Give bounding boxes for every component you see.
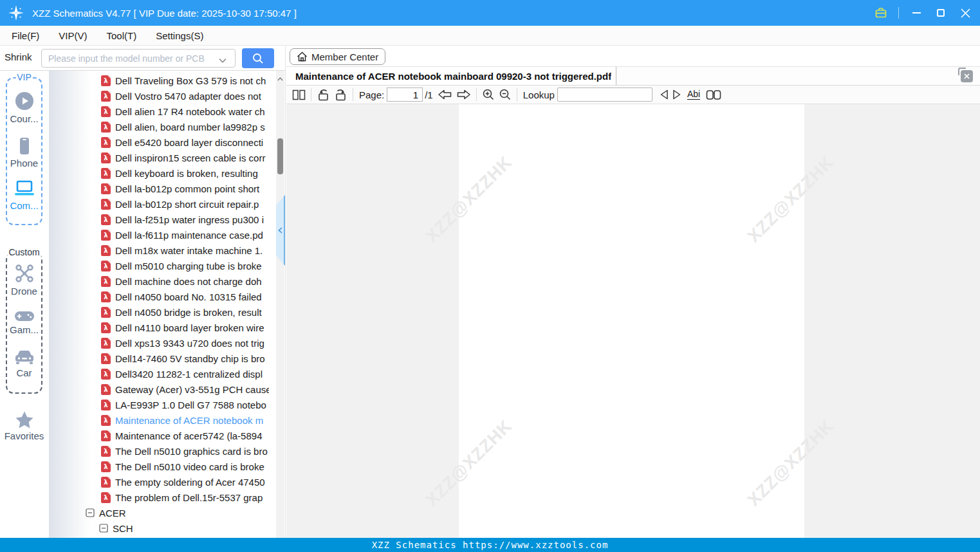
search-button[interactable] <box>242 48 274 68</box>
file-tree: λDell Traveling Box G3 579 is not chλDel… <box>0 73 269 538</box>
close-document-icon[interactable] <box>961 70 973 82</box>
tree-folder-node[interactable]: ACER <box>0 505 269 520</box>
tree-file-item[interactable]: λDell xps13 9343 u720 does not trig <box>0 335 269 351</box>
page-number-input[interactable] <box>387 87 423 102</box>
tree-file-item[interactable]: λGateway (Acer) v3-551g PCH cause <box>0 382 269 397</box>
tree-file-item[interactable]: λDell la-f251p water ingress pu300 i <box>0 212 269 227</box>
shrink-button[interactable]: Shrink <box>5 51 32 62</box>
pdf-file-icon: λ <box>101 91 111 102</box>
tree-file-item[interactable]: λDell m5010 charging tube is broke <box>0 258 269 273</box>
pdf-file-icon: λ <box>101 461 111 472</box>
chevron-left-icon <box>278 227 282 234</box>
pdf-file-icon: λ <box>101 199 111 210</box>
page-label: Page: <box>359 89 384 100</box>
document-tab-bar: Maintenance of ACER notebook mainboard 0… <box>286 67 980 86</box>
collapse-node-icon[interactable] <box>86 508 95 517</box>
tree-file-item[interactable]: λLA-E993P 1.0 Dell G7 7588 notebo <box>0 397 269 412</box>
titlebar-divider <box>898 7 899 19</box>
pdf-file-icon: λ <box>101 338 111 349</box>
pdf-file-icon: λ <box>101 477 111 488</box>
page-forward-icon[interactable] <box>454 87 473 102</box>
menu-tool[interactable]: Tool(T) <box>107 30 137 41</box>
menu-vip[interactable]: VIP(V) <box>59 30 87 41</box>
member-row: Member Center <box>286 46 980 67</box>
tree-file-item[interactable]: λDell la-b012p short circuit repair.p <box>0 196 269 212</box>
member-center-label: Member Center <box>311 51 378 62</box>
status-bar: XZZ Schematics https://www.xzztools.com <box>0 538 980 552</box>
pdf-file-icon: λ <box>101 369 111 380</box>
tree-folder-node[interactable]: SCH <box>0 520 269 536</box>
member-center-button[interactable]: Member Center <box>290 48 385 65</box>
model-search-input[interactable] <box>41 49 236 68</box>
find-next-icon[interactable] <box>670 87 683 102</box>
tree-file-item[interactable]: λThe Dell n5010 video card is broke <box>0 459 269 474</box>
tree-file-item[interactable]: λThe empty soldering of Acer 47450 <box>0 474 269 490</box>
app-logo-icon <box>6 3 26 23</box>
menu-settings[interactable]: Settings(S) <box>156 30 203 41</box>
menu-file[interactable]: File(F) <box>12 30 39 41</box>
pdf-file-icon: λ <box>101 261 111 271</box>
tree-file-item[interactable]: λDell m18x water intake machine 1. <box>0 243 269 258</box>
tree-file-item[interactable]: λDell la-f611p maintenance case.pd <box>0 227 269 243</box>
collapse-node-icon[interactable] <box>99 524 108 533</box>
pdf-file-icon: λ <box>101 230 111 241</box>
tree-file-item[interactable]: λDell inspiron15 screen cable is corr <box>0 150 269 165</box>
tree-file-item[interactable]: λThe Dell n5010 graphics card is bro <box>0 443 269 459</box>
tree-file-item[interactable]: λDell n4050 bridge is broken, result <box>0 304 269 320</box>
pdf-file-icon: λ <box>101 245 111 256</box>
zoom-in-icon[interactable] <box>480 87 497 102</box>
tree-scrollbar[interactable] <box>276 71 284 538</box>
search-header: Shrink <box>0 46 286 71</box>
zoom-out-icon[interactable] <box>497 87 513 102</box>
tree-file-item[interactable]: λDell e5420 board layer disconnecti <box>0 134 269 150</box>
status-text: XZZ Schematics https://www.xzztools.com <box>372 540 609 550</box>
lookup-input[interactable] <box>557 87 652 102</box>
pdf-file-icon: λ <box>101 307 111 318</box>
tree-file-item[interactable]: λMaintenance of acer5742 (la-5894 <box>0 428 269 443</box>
tree-file-item[interactable]: λDell Traveling Box G3 579 is not ch <box>0 73 269 88</box>
pdf-file-icon: λ <box>101 322 111 333</box>
panel-collapse-handle[interactable] <box>276 195 285 266</box>
match-case-icon[interactable]: Abi <box>687 89 700 100</box>
pdf-viewer: XZZ@XZZHK XZZ@XZZHK XZZ@XZZHK XZZ@XZZHK <box>286 104 980 538</box>
briefcase-icon[interactable] <box>874 6 888 20</box>
highlight-all-icon[interactable] <box>704 87 723 102</box>
tree-file-item[interactable]: λDell machine does not charge doh <box>0 273 269 289</box>
minimize-button[interactable] <box>909 6 923 20</box>
rotate-right-icon[interactable] <box>332 87 349 102</box>
tree-file-item[interactable]: λDell keyboard is broken, resulting <box>0 165 269 181</box>
tree-file-item[interactable]: λDell3420 11282-1 centralized displ <box>0 366 269 382</box>
tree-file-item[interactable]: λMaintenance of ACER notebook m <box>0 412 269 428</box>
page-total: /1 <box>425 89 433 100</box>
maximize-button[interactable] <box>934 6 948 20</box>
tab-title: Maintenance of ACER notebook mainboard 0… <box>295 71 611 82</box>
tree-file-item[interactable]: λDell la-b012p common point short <box>0 181 269 196</box>
title-bar: XZZ Schematics V4.77 [ VIP Due date: 202… <box>0 0 980 26</box>
chevron-down-icon[interactable] <box>219 54 227 66</box>
tree-file-item[interactable]: λDell14-7460 5V standby chip is bro <box>0 351 269 366</box>
tree-file-item[interactable]: λDell alien 17 R4 notebook water ch <box>0 104 269 119</box>
tree-file-item[interactable]: λDell alien, board number la9982p s <box>0 119 269 134</box>
pdf-file-icon: λ <box>101 400 111 410</box>
scrollbar-thumb[interactable] <box>277 138 283 174</box>
close-button[interactable] <box>958 6 972 20</box>
window-title: XZZ Schematics V4.77 [ VIP Due date: 202… <box>32 8 297 19</box>
app-window: XZZ Schematics V4.77 [ VIP Due date: 202… <box>0 0 980 552</box>
tree-file-item[interactable]: λDell n4110 board layer broken wire <box>0 320 269 335</box>
pdf-file-icon: λ <box>101 168 111 179</box>
two-page-view-icon[interactable] <box>290 87 308 102</box>
find-previous-icon[interactable] <box>658 87 670 102</box>
rotate-left-icon[interactable] <box>315 87 332 102</box>
lookup-label: Lookup <box>523 89 555 100</box>
tree-file-item[interactable]: λDell Vostro 5470 adapter does not <box>0 88 269 104</box>
tree-file-item[interactable]: λThe problem of Dell.15r-5537 grap <box>0 490 269 505</box>
pdf-file-icon: λ <box>101 353 111 364</box>
tree-file-item[interactable]: λDell n4050 board No. 10315 failed <box>0 289 269 304</box>
pdf-file-icon: λ <box>101 430 111 441</box>
pdf-file-icon: λ <box>101 291 111 302</box>
page-back-icon[interactable] <box>436 87 454 102</box>
pdf-document-tab[interactable]: Maintenance of ACER notebook mainboard 0… <box>287 67 616 85</box>
scroll-up-icon[interactable] <box>276 72 284 84</box>
pdf-file-icon: λ <box>101 152 111 163</box>
pdf-file-icon: λ <box>101 384 111 395</box>
